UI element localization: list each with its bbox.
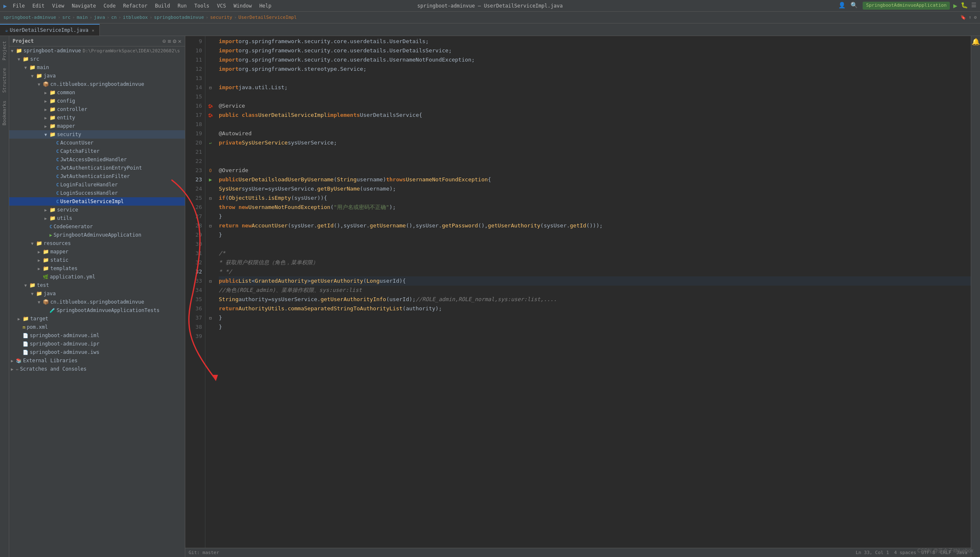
tree-node-codegenerator[interactable]: C CodeGenerator: [9, 222, 185, 231]
tree-node-test-java[interactable]: ▼ 📁 java: [9, 289, 185, 298]
sidebar-collapse-icon[interactable]: ≡: [168, 38, 171, 44]
tree-node-common[interactable]: ▶ 📁 common: [9, 88, 185, 97]
sidebar: Project ⊙ ≡ ⚙ ✕ ▼ 📁 springboot-adminvue …: [9, 36, 185, 557]
code-line-36: return AuthorityUtils.commaSeparatedStri…: [219, 304, 971, 313]
debug-button[interactable]: 🐛: [961, 2, 968, 10]
code-line-35: String authority = sysUserService.getUse…: [219, 295, 971, 304]
search-icon[interactable]: 🔍: [850, 2, 858, 10]
tree-node-security[interactable]: ▼ 📁 security: [9, 130, 185, 139]
tree-node-jwtauthfilter[interactable]: C JwtAuthenticationFilter: [9, 172, 185, 181]
tree-node-captchafilter[interactable]: C CaptchaFilter: [9, 147, 185, 155]
nav-project[interactable]: springboot-adminvue: [3, 15, 56, 20]
tree-node-entity[interactable]: ▶ 📁 entity: [9, 113, 185, 122]
tree-node-controller[interactable]: ▶ 📁 controller: [9, 105, 185, 113]
nav-java[interactable]: java: [94, 15, 105, 20]
sidebar-close-icon[interactable]: ✕: [178, 38, 181, 44]
nav-itbluebox[interactable]: itbluebox: [123, 15, 148, 20]
menu-build[interactable]: Build: [152, 2, 174, 10]
tree-node-test-package[interactable]: ▼ 📦 cn.itbluebox.springbootadminvue: [9, 298, 185, 306]
tree-node-external-libs[interactable]: ▶ 📚 External Libraries: [9, 356, 185, 365]
bookmark-icon[interactable]: 🔖: [960, 15, 966, 20]
project-tab[interactable]: Project: [1, 38, 8, 64]
tree-node-resources[interactable]: ▼ 📁 resources: [9, 239, 185, 248]
tree-node-java[interactable]: ▼ 📁 java: [9, 72, 185, 80]
tree-node-service[interactable]: ▶ 📁 service: [9, 206, 185, 214]
tree-node-config[interactable]: ▶ 📁 config: [9, 97, 185, 105]
tree-node-utils[interactable]: ▶ 📁 utils: [9, 214, 185, 222]
nav-src[interactable]: src: [62, 15, 70, 20]
git-status: Git: master: [189, 550, 219, 555]
tree-node-apptests[interactable]: 🧪 SpringbootAdminvueApplicationTests: [9, 306, 185, 315]
menu-file[interactable]: File: [9, 2, 28, 10]
nav-cn[interactable]: cn: [111, 15, 117, 20]
tree-node-package-root[interactable]: ▼ 📦 cn.itbluebox.springbootadminvue: [9, 80, 185, 88]
tree-node-jwtauthentrypoint[interactable]: C JwtAuthenticationEntryPoint: [9, 164, 185, 172]
menu-edit[interactable]: Edit: [29, 2, 48, 10]
tree-node-templates[interactable]: ▶ 📁 templates: [9, 264, 185, 273]
fold-icon-37[interactable]: ⊟: [205, 313, 215, 322]
fold-icon-33[interactable]: ⊟: [205, 276, 215, 286]
tree-node-project[interactable]: ▼ 📁 springboot-adminvue D:\ProgramWorkSp…: [9, 46, 185, 55]
code-line-13: [219, 74, 971, 83]
menu-navigate[interactable]: Navigate: [68, 2, 99, 10]
run-button[interactable]: ▶: [953, 2, 957, 10]
fold-icon-25[interactable]: ⊟: [205, 193, 215, 203]
tree-node-jwtaccessdenied[interactable]: C JwtAccessDeniedHandler: [9, 155, 185, 164]
sidebar-gear-icon[interactable]: ⚙: [173, 38, 176, 44]
structure-tab[interactable]: Structure: [1, 64, 8, 96]
notifications-icon[interactable]: 🔔: [972, 38, 980, 46]
bookmarks-tab[interactable]: Bookmarks: [1, 97, 8, 129]
fold-icon-28[interactable]: ⊟: [205, 221, 215, 230]
tree-node-userdetailserviceimpl[interactable]: C UserDetailServiceImpl: [9, 197, 185, 206]
title-right-icons: 👤 🔍 SpringbootAdminvueApplication ▶ 🐛 ☰: [838, 2, 977, 10]
sidebar-locate-icon[interactable]: ⊙: [162, 38, 166, 44]
nav-main[interactable]: main: [77, 15, 88, 20]
tree-node-src[interactable]: ▼ 📁 src: [9, 55, 185, 63]
run-icon-23[interactable]: ▶: [205, 175, 215, 184]
tree-node-loginsuccess[interactable]: C LoginSuccessHandler: [9, 189, 185, 197]
sidebar-tools: ⊙ ≡ ⚙ ✕: [162, 38, 181, 44]
code-line-21: [219, 147, 971, 157]
tree-node-ipr[interactable]: 📄 springboot-adminvue.ipr: [9, 340, 185, 348]
menu-code[interactable]: Code: [100, 2, 119, 10]
nav-settings-icon[interactable]: ⚙: [974, 15, 977, 20]
tree-node-main[interactable]: ▼ 📁 main: [9, 63, 185, 72]
menu-view[interactable]: View: [49, 2, 67, 10]
tree-node-scratches[interactable]: ▶ ✏️ Scratches and Consoles: [9, 365, 185, 373]
menu-window[interactable]: Window: [230, 2, 255, 10]
nav-springbootadminvue[interactable]: springbootadminvue: [154, 15, 204, 20]
nav-security[interactable]: security: [210, 15, 232, 20]
tree-node-target[interactable]: ▶ 📁 target: [9, 315, 185, 323]
tree-node-test[interactable]: ▼ 📁 test: [9, 281, 185, 289]
menu-tools[interactable]: Tools: [191, 2, 213, 10]
fold-icon-14[interactable]: ⊟: [205, 83, 215, 92]
menu-vcs[interactable]: VCS: [214, 2, 230, 10]
code-line-12: import org.springframework.stereotype.Se…: [219, 64, 971, 74]
tree-node-pomxml[interactable]: m pom.xml: [9, 323, 185, 331]
tree-node-static[interactable]: ▶ 📁 static: [9, 256, 185, 264]
bean-icon-16: 🫘: [205, 101, 215, 111]
tree-node-mainapplication[interactable]: ▶ SpringbootAdminvueApplication: [9, 231, 185, 239]
tab-close-icon[interactable]: ✕: [92, 28, 94, 33]
tree-node-mapper[interactable]: ▶ 📁 mapper: [9, 122, 185, 130]
menu-help[interactable]: Help: [256, 2, 275, 10]
tab-userdetailserviceimpl[interactable]: ☕ UserDetailServiceImpl.java ✕: [0, 24, 100, 36]
menu-run[interactable]: Run: [174, 2, 190, 10]
status-bar: Git: master Ln 33, Col 1 4 spaces UTF-8 …: [185, 548, 971, 557]
coverage-button[interactable]: ☰: [971, 2, 977, 10]
tree-node-applicationyml[interactable]: 🌿 application.yml: [9, 273, 185, 281]
watermark: CSDN @蓝盒子itbluebox: [917, 547, 973, 554]
tree-node-accountuser[interactable]: C AccountUser: [9, 139, 185, 147]
tree-node-iws[interactable]: 📄 springboot-adminvue.iws: [9, 348, 185, 356]
profile-icon[interactable]: 👤: [838, 2, 845, 10]
nav-up-icon[interactable]: ↑: [969, 15, 972, 20]
menu-refactor[interactable]: Refactor: [120, 2, 151, 10]
code-area[interactable]: import org.springframework.security.core…: [215, 36, 971, 548]
nav-class[interactable]: UserDetailServiceImpl: [239, 15, 297, 20]
tree-node-iml[interactable]: 📄 springboot-adminvue.iml: [9, 331, 185, 340]
bean-icon-17: 🫘: [205, 111, 215, 120]
tree-node-mapper-res[interactable]: ▶ 📁 mapper: [9, 248, 185, 256]
editor-content: 9 10 11 12 13 14 15 16 17 18 19 20 21 22…: [185, 36, 971, 548]
tree-node-loginfailure[interactable]: C LoginFailureHandler: [9, 181, 185, 189]
code-line-23a: @Override: [219, 166, 971, 175]
